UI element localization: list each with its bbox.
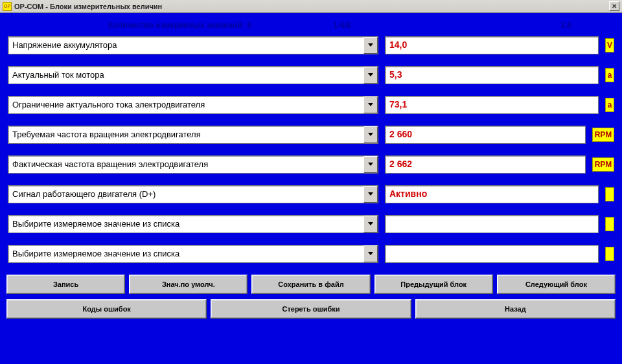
param-select[interactable]: Фактическая частота вращения электродвиг…	[8, 155, 378, 174]
param-select-text: Фактическая частота вращения электродвиг…	[8, 156, 363, 173]
defaults-button[interactable]: Знач.по умолч.	[129, 275, 248, 294]
param-select-text: Выбирите измеряемое значение из списка	[8, 245, 363, 262]
param-select-text: Сигнал работающего двигателя (D+)	[8, 186, 363, 203]
unit-label	[605, 187, 614, 201]
value-display: Активно	[385, 185, 599, 203]
chevron-down-icon[interactable]	[363, 97, 378, 113]
param-select[interactable]: Ограничение актуального тока электродвиг…	[8, 96, 378, 114]
value-display: 73,1	[385, 96, 599, 114]
svg-marker-6	[368, 222, 373, 225]
back-button[interactable]: Назад	[415, 299, 616, 319]
svg-marker-0	[368, 43, 373, 47]
next-block-button[interactable]: Следующий блок	[497, 275, 616, 294]
measurement-row: Сигнал работающего двигателя (D+)Активно	[6, 185, 616, 203]
chevron-down-icon[interactable]	[363, 156, 378, 173]
measurement-row: Ограничение актуального тока электродвиг…	[6, 96, 616, 114]
unit-label: a	[605, 98, 614, 112]
measurement-rows: Напряжение аккумулятора14,0VАктуальный т…	[6, 36, 616, 263]
clear-errors-button[interactable]: Стереть ошибки	[211, 299, 411, 319]
unit-label: RPM	[592, 157, 614, 172]
param-select[interactable]: Выбирите измеряемое значение из списка	[8, 215, 378, 233]
prev-block-button[interactable]: Предыдущий блок	[374, 275, 493, 294]
svg-marker-7	[368, 252, 373, 255]
chevron-down-icon[interactable]	[363, 67, 378, 84]
value-display	[385, 215, 599, 233]
param-select-text: Напряжение аккумулятора	[8, 37, 363, 54]
svg-marker-4	[368, 163, 373, 166]
measurement-row: Актуальный ток мотора5,3a	[6, 66, 616, 84]
save-file-button[interactable]: Сохранить в файл	[251, 275, 370, 294]
app-body: Количество измеряемых значений: 6 1-6/6 …	[0, 13, 622, 364]
chevron-down-icon[interactable]	[363, 245, 378, 262]
svg-marker-5	[368, 192, 373, 196]
header-row: Количество измеряемых значений: 6 1-6/6 …	[6, 21, 616, 30]
app-icon: OP	[3, 2, 12, 11]
param-select[interactable]: Выбирите измеряемое значение из списка	[8, 245, 378, 263]
param-select-text: Ограничение актуального тока электродвиг…	[8, 97, 363, 113]
param-select-text: Актуальный ток мотора	[8, 67, 363, 84]
chevron-down-icon[interactable]	[363, 126, 378, 143]
window-title: OP-COM - Блоки измерительных величин	[14, 3, 162, 10]
measurement-row: Выбирите измеряемое значение из списка	[6, 245, 616, 263]
svg-marker-2	[368, 103, 373, 106]
chevron-down-icon[interactable]	[363, 186, 378, 203]
param-select[interactable]: Актуальный ток мотора	[8, 66, 378, 84]
measurement-row: Напряжение аккумулятора14,0V	[6, 36, 616, 54]
param-select[interactable]: Сигнал работающего двигателя (D+)	[8, 185, 378, 203]
error-codes-button[interactable]: Коды ошибок	[6, 299, 207, 319]
measurement-row: Выбирите измеряемое значение из списка	[6, 215, 616, 233]
param-select-text: Выбирите измеряемое значение из списка	[8, 216, 363, 233]
unit-label	[605, 247, 614, 261]
header-range: 1-6/6	[277, 21, 407, 30]
unit-label	[605, 217, 614, 231]
chevron-down-icon[interactable]	[363, 216, 378, 233]
svg-marker-3	[368, 133, 373, 136]
unit-label: V	[605, 38, 614, 52]
value-display	[385, 245, 599, 263]
value-display: 2 660	[385, 126, 586, 144]
button-row-1: Запись Знач.по умолч. Сохранить в файл П…	[6, 275, 616, 294]
param-select[interactable]: Требуемая частота вращения электродвигат…	[8, 126, 378, 144]
unit-label: RPM	[592, 128, 614, 142]
measurement-row: Фактическая частота вращения электродвиг…	[6, 155, 616, 174]
param-select[interactable]: Напряжение аккумулятора	[8, 36, 378, 54]
value-display: 5,3	[385, 66, 599, 84]
record-button[interactable]: Запись	[6, 275, 125, 294]
window-titlebar: OP OP-COM - Блоки измерительных величин …	[0, 0, 622, 13]
value-display: 2 662	[385, 155, 586, 174]
svg-marker-1	[368, 73, 373, 76]
header-pace: 3,6	[407, 21, 610, 30]
button-row-2: Коды ошибок Стереть ошибки Назад	[6, 299, 616, 319]
measurement-row: Требуемая частота вращения электродвигат…	[6, 126, 616, 144]
unit-label: a	[605, 68, 614, 82]
chevron-down-icon[interactable]	[363, 37, 378, 54]
value-display: 14,0	[385, 36, 599, 54]
close-button[interactable]: ✕	[609, 1, 619, 11]
header-count: Количество измеряемых значений: 6	[12, 21, 277, 30]
param-select-text: Требуемая частота вращения электродвигат…	[8, 126, 363, 143]
